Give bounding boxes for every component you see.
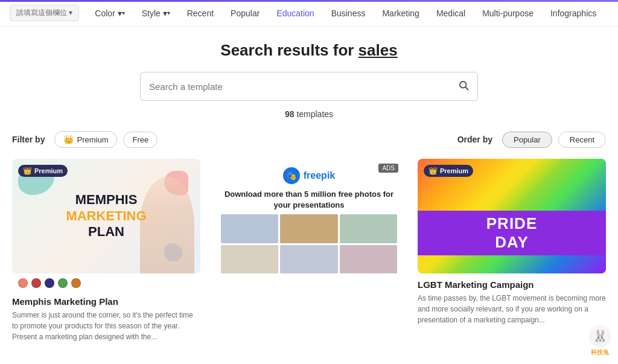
premium-label: Premium	[77, 135, 108, 144]
nav-item-medical[interactable]: Medical	[428, 0, 474, 27]
memphis-line2: MARKETING	[66, 208, 146, 224]
top-navigation: 請填寫這個欄位 ▾ Color ▾ Style ▾ Recent Popular…	[0, 0, 618, 27]
nav-item-popular[interactable]: Popular	[222, 0, 268, 27]
badge-label-3: Premium	[440, 167, 468, 174]
search-input[interactable]	[149, 81, 458, 92]
freepik-cell-4	[221, 245, 278, 273]
main-content: Search results for sales 98 templates Fi…	[0, 27, 618, 354]
freepik-cell-5	[280, 245, 337, 273]
card-lgbt[interactable]: 👑 Premium PRIDE DAY LGBT Marketing Campa…	[418, 159, 606, 342]
card-2-background: 🎭 freepik Download more than 5 million f…	[215, 159, 403, 273]
svg-line-1	[465, 87, 468, 89]
count-number: 98	[285, 109, 295, 119]
nav-item-style[interactable]: Style ▾	[133, 0, 179, 27]
card-freepik[interactable]: ADS 🎭 freepik Download more than 5 milli…	[215, 159, 403, 342]
order-section: Order by Popular Recent	[457, 132, 606, 148]
freepik-cell-2	[280, 214, 337, 243]
search-box	[140, 72, 478, 101]
count-label: templates	[296, 109, 333, 119]
nav-item-multipurpose[interactable]: Multi-purpose	[474, 0, 542, 27]
freepik-promo-text: Download more than 5 million free photos…	[221, 189, 397, 211]
search-box-wrapper	[12, 72, 606, 101]
nav-item-education[interactable]: Education	[268, 0, 322, 27]
freepik-logo: 🎭 freepik	[283, 167, 335, 184]
free-label: Free	[132, 135, 148, 144]
color-palette	[12, 273, 200, 290]
card-2-image: ADS 🎭 freepik Download more than 5 milli…	[215, 159, 403, 273]
nav-item-infographics[interactable]: Infographics	[542, 0, 605, 27]
nav-items: Color ▾ Style ▾ Recent Popular Education…	[86, 0, 608, 27]
card-desc-1: Summer is just around the corner, so it'…	[12, 310, 200, 342]
color-dot-4[interactable]	[58, 278, 68, 288]
free-filter-btn[interactable]: Free	[123, 132, 158, 148]
freepik-name: freepik	[304, 170, 335, 181]
premium-badge-1: 👑 Premium	[18, 165, 68, 177]
filter-section: Filter by 👑 Premium Free	[12, 131, 158, 148]
card-title-1: Memphis Marketing Plan	[12, 296, 200, 307]
premium-filter-btn[interactable]: 👑 Premium	[54, 131, 117, 148]
premium-badge-3: 👑 Premium	[424, 165, 473, 177]
memphis-line1: MEMPHIS	[66, 192, 146, 208]
color-dot-2[interactable]	[31, 278, 41, 288]
color-dot-5[interactable]	[71, 278, 81, 288]
freepik-cell-3	[340, 214, 397, 243]
nav-item-color[interactable]: Color ▾	[86, 0, 133, 27]
card-desc-3: As time passes by, the LGBT movement is …	[418, 293, 606, 325]
badge-label-1: Premium	[34, 167, 63, 174]
card-1-image: 👑 Premium MEMPHIS MARKETING PLAN	[12, 159, 200, 273]
search-button[interactable]	[458, 80, 469, 94]
freepik-cell-6	[340, 245, 397, 273]
crown-icon-3: 👑	[428, 167, 438, 175]
filter-label: Filter by	[12, 135, 45, 144]
pride-line2: DAY	[424, 233, 600, 252]
search-icon	[458, 80, 469, 91]
ads-badge: ADS	[378, 164, 398, 173]
search-heading: Search results for sales	[12, 41, 606, 60]
freepik-photo-grid	[221, 214, 397, 273]
watermark-icon: 🐰	[589, 325, 611, 347]
order-label: Order by	[457, 135, 492, 144]
watermark-label: 科技兔	[591, 348, 609, 354]
filter-order-row: Filter by 👑 Premium Free Order by Popula…	[12, 131, 606, 148]
color-dot-1[interactable]	[18, 278, 28, 288]
color-dot-3[interactable]	[45, 278, 54, 288]
placeholder-btn[interactable]: 請填寫這個欄位 ▾	[10, 5, 79, 21]
crown-icon: 👑	[63, 135, 74, 144]
recent-order-btn[interactable]: Recent	[558, 132, 606, 148]
card-3-image: 👑 Premium PRIDE DAY	[418, 159, 606, 273]
crown-icon-1: 👑	[23, 167, 32, 175]
templates-count: 98 templates	[12, 109, 606, 119]
memphis-text: MEMPHIS MARKETING PLAN	[66, 192, 146, 240]
pride-text-bg: PRIDE DAY	[418, 211, 606, 255]
cards-grid: 👑 Premium MEMPHIS MARKETING PLAN	[12, 159, 606, 342]
freepik-icon: 🎭	[283, 167, 300, 184]
pride-line1: PRIDE	[424, 214, 600, 233]
watermark: 🐰 科技兔	[589, 325, 611, 354]
nav-item-business[interactable]: Business	[323, 0, 374, 27]
card-title-3: LGBT Marketing Campaign	[418, 279, 606, 290]
freepik-cell-1	[221, 214, 278, 243]
nav-item-marketing[interactable]: Marketing	[374, 0, 427, 27]
nav-item-recent[interactable]: Recent	[179, 0, 222, 27]
memphis-line3: PLAN	[66, 224, 146, 240]
card-memphis[interactable]: 👑 Premium MEMPHIS MARKETING PLAN	[12, 159, 200, 342]
person-overlay	[140, 177, 194, 273]
search-keyword: sales	[358, 41, 398, 59]
popular-order-btn[interactable]: Popular	[502, 132, 552, 148]
